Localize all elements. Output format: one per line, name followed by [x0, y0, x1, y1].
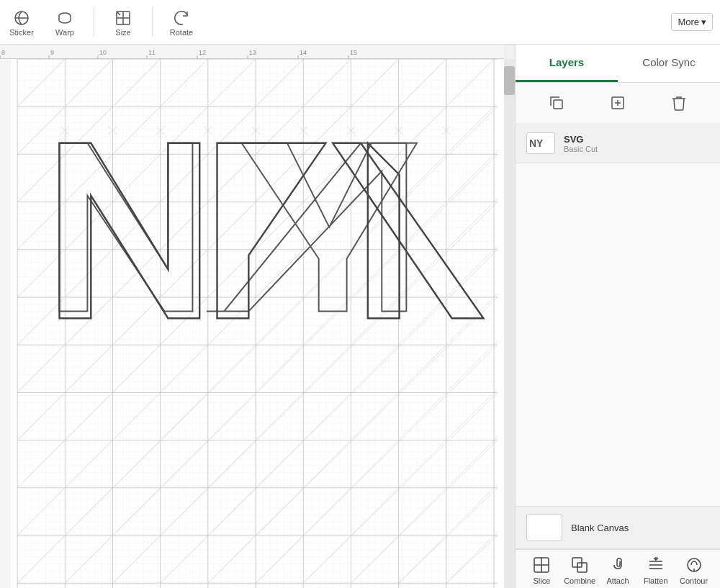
- combine-icon: [570, 556, 589, 574]
- bottom-toolbar: Slice Combine Attach: [516, 549, 720, 588]
- rotate-icon: [171, 8, 192, 28]
- size-tool[interactable]: Size: [109, 8, 138, 37]
- ruler-horizontal: 8 9 10 11 12 13 14 15: [0, 45, 504, 59]
- top-toolbar: Sticker Warp Size: [0, 0, 720, 45]
- combine-button[interactable]: Combine: [564, 556, 596, 585]
- delete-layer-button[interactable]: [666, 90, 692, 116]
- more-button[interactable]: More ▾: [671, 13, 713, 31]
- size-icon: [113, 8, 133, 28]
- blank-canvas-item[interactable]: Blank Canvas: [516, 506, 720, 549]
- warp-icon: [55, 8, 75, 28]
- canvas-container[interactable]: 8 9 10 11 12 13 14 15: [0, 45, 515, 588]
- scrollbar-thumb[interactable]: [504, 66, 515, 95]
- svg-layer-item[interactable]: NY SVG Basic Cut: [516, 124, 720, 163]
- design-canvas[interactable]: [11, 59, 504, 588]
- sticker-tool[interactable]: Sticker: [7, 8, 36, 37]
- svg-text:8: 8: [1, 49, 5, 56]
- rotate-tool[interactable]: Rotate: [167, 8, 196, 37]
- svg-text:15: 15: [350, 49, 357, 56]
- blank-canvas-thumbnail: [526, 514, 562, 541]
- attach-icon: [608, 556, 627, 574]
- svg-rect-117: [554, 100, 562, 109]
- vertical-scrollbar[interactable]: [504, 59, 515, 588]
- duplicate-button[interactable]: [544, 90, 570, 116]
- layer-thumbnail: NY: [526, 132, 555, 154]
- sticker-icon: [12, 8, 32, 28]
- svg-text:11: 11: [148, 49, 156, 56]
- divider-1: [94, 8, 94, 37]
- warp-tool[interactable]: Warp: [50, 8, 79, 37]
- svg-text:10: 10: [99, 49, 107, 56]
- svg-text:14: 14: [300, 49, 307, 56]
- layer-info: SVG Basic Cut: [564, 134, 598, 153]
- slice-icon: [532, 556, 551, 574]
- svg-rect-26: [0, 59, 11, 588]
- contour-icon: [685, 556, 703, 574]
- svg-text:12: 12: [199, 49, 206, 56]
- panel-tabs: Layers Color Sync: [516, 45, 720, 83]
- flatten-button[interactable]: Flatten: [639, 556, 672, 585]
- tab-color-sync[interactable]: Color Sync: [618, 45, 720, 82]
- svg-text:NY: NY: [529, 137, 544, 149]
- contour-button[interactable]: Contour: [678, 556, 710, 585]
- tab-layers[interactable]: Layers: [516, 45, 618, 82]
- svg-text:13: 13: [249, 49, 256, 56]
- ruler-vertical: [0, 59, 11, 588]
- panel-filler: [516, 163, 720, 506]
- attach-button[interactable]: Attach: [601, 556, 634, 585]
- flatten-icon: [647, 556, 665, 574]
- right-panel: Layers Color Sync: [515, 45, 720, 588]
- panel-icons-row: [516, 83, 720, 124]
- main-area: 8 9 10 11 12 13 14 15: [0, 45, 720, 588]
- svg-text:9: 9: [50, 49, 54, 56]
- slice-button[interactable]: Slice: [526, 556, 558, 585]
- divider-2: [152, 8, 153, 37]
- add-layer-button[interactable]: [605, 90, 631, 116]
